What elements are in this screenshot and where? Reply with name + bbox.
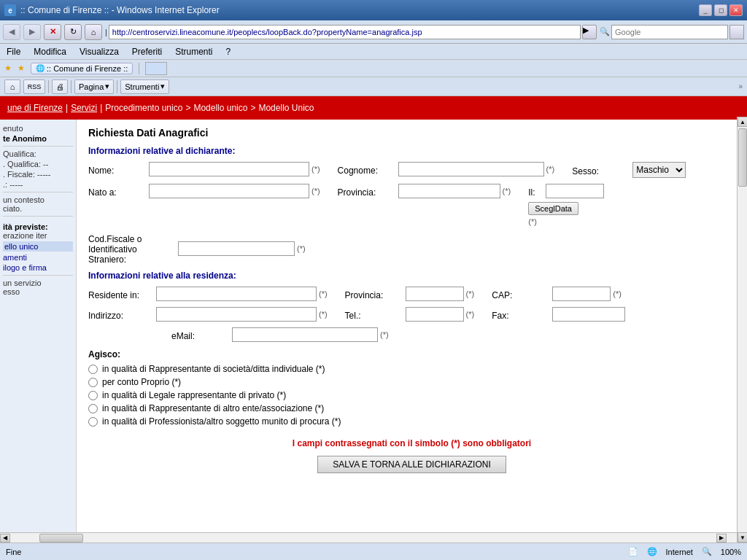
sidebar-q-value: . Qualifica: -- <box>3 160 73 168</box>
form-group-email: eMail: (*) <box>171 327 389 342</box>
nato-input[interactable] <box>149 184 309 198</box>
scroll-right-arrow[interactable]: ▶ <box>716 534 727 542</box>
radio-input-0[interactable] <box>88 365 98 374</box>
strumenti-label: Strumenti <box>125 82 159 91</box>
fav-extra-btn[interactable] <box>145 62 167 75</box>
indirizzo-required: (*) <box>319 310 328 319</box>
form-row-indirizzo: Indirizzo: (*) Tel.: (*) Fax: <box>88 307 735 322</box>
strumenti-arrow: ▾ <box>160 82 165 91</box>
fax-label: Fax: <box>492 308 550 321</box>
cap-input[interactable] <box>552 287 611 301</box>
address-input[interactable] <box>109 25 581 39</box>
indirizzo-input[interactable] <box>156 307 317 322</box>
sidebar-link-pagamenti[interactable]: amenti <box>3 253 73 262</box>
status-internet-icon: 🌐 <box>647 547 657 556</box>
menu-preferiti[interactable]: Preferiti <box>130 46 164 58</box>
save-button[interactable]: SALVA E TORNA ALLE DICHIARAZIONI <box>317 456 506 473</box>
status-bar: Fine 📄 🌐 Internet 🔍 100% <box>0 542 747 560</box>
residente-input[interactable] <box>156 287 317 301</box>
scroll-down-arrow[interactable]: ▼ <box>738 532 747 542</box>
minimize-button[interactable]: _ <box>699 4 712 16</box>
radio-input-3[interactable] <box>88 404 98 413</box>
strumenti-toolbar-btn[interactable]: Strumenti ▾ <box>120 79 169 94</box>
scroll-left-arrow[interactable]: ◀ <box>0 534 10 542</box>
home-button[interactable]: ⌂ <box>85 24 102 40</box>
form-group-cap: CAP: (*) <box>492 287 622 301</box>
section-residenza-title: Informazioni relative alla residenza: <box>88 271 735 281</box>
home-toolbar-btn[interactable]: ⌂ <box>4 79 20 94</box>
menu-visualizza[interactable]: Visualizza <box>77 46 121 58</box>
refresh-button[interactable]: ↻ <box>64 24 82 40</box>
radio-option-2: in qualità di Legale rappresentante di p… <box>88 390 735 400</box>
nome-input[interactable] <box>149 162 309 176</box>
menu-modifica[interactable]: Modifica <box>31 46 69 58</box>
email-input[interactable] <box>232 327 378 342</box>
provincia2-input[interactable] <box>406 287 464 301</box>
sidebar-link-riepilogo[interactable]: ilogo e firma <box>3 263 73 272</box>
stop-button[interactable]: ✕ <box>44 24 61 40</box>
rss-toolbar-btn[interactable]: RSS <box>23 79 45 94</box>
pagina-toolbar-btn[interactable]: Pagina ▾ <box>74 79 114 94</box>
tel-label: Tel.: <box>345 308 403 321</box>
window-controls[interactable]: _ ◻ ✕ <box>699 4 743 16</box>
form-group-provincia2: Provincia: (*) <box>345 287 475 301</box>
status-zoom-icon: 🔍 <box>702 547 712 556</box>
status-left: Fine <box>6 548 21 556</box>
sesso-label: Sesso: <box>572 164 630 176</box>
tel-input[interactable] <box>406 307 464 322</box>
sidebar-welcome: enuto <box>3 124 73 133</box>
section-dichiarante-title: Informazioni relative al dichiarante: <box>88 146 735 156</box>
favorites-icon: ★ <box>18 63 25 73</box>
scroll-up-arrow[interactable]: ▲ <box>738 117 747 127</box>
fax-input[interactable] <box>552 307 625 322</box>
sidebar-a: .: ----- <box>3 180 73 189</box>
codfiscale-label: Cod.Fiscale o Identificativo Straniero: <box>88 232 176 265</box>
form-group-sesso: Sesso: Maschio Femmina <box>572 162 686 178</box>
form-row-codfiscale: Cod.Fiscale o Identificativo Straniero: … <box>88 232 735 265</box>
print-toolbar-btn[interactable]: 🖨 <box>52 79 68 94</box>
menu-help[interactable]: ? <box>224 46 233 58</box>
vertical-scrollbar[interactable]: ▲ ▼ <box>737 117 747 542</box>
sidebar-service: un servizio esso <box>3 279 73 296</box>
breadcrumb-servizi[interactable]: Servizi <box>71 103 97 113</box>
back-button[interactable]: ◀ <box>3 24 20 40</box>
search-label: 🔍 <box>600 27 610 36</box>
radio-input-2[interactable] <box>88 391 98 400</box>
search-input[interactable] <box>611 25 728 39</box>
menu-strumenti[interactable]: Strumenti <box>173 46 214 58</box>
menu-file[interactable]: File <box>4 46 23 58</box>
horizontal-scrollbar[interactable]: ◀ ▶ <box>0 532 737 542</box>
radio-option-4: in qualità di Professionista/altro sogge… <box>88 416 735 427</box>
cap-label: CAP: <box>492 288 550 300</box>
horiz-thumb[interactable] <box>39 534 83 542</box>
close-button[interactable]: ✕ <box>729 4 743 16</box>
forward-button[interactable]: ▶ <box>23 24 41 40</box>
restore-button[interactable]: ◻ <box>714 4 727 16</box>
breadcrumb-home[interactable]: une di Firenze <box>7 103 63 113</box>
sidebar-link-modello[interactable]: ello unico <box>3 241 73 252</box>
scegli-data-button[interactable]: SceglData <box>528 202 578 215</box>
radio-input-1[interactable] <box>88 378 98 387</box>
go-button[interactable]: ▶ <box>582 25 597 39</box>
scroll-thumb[interactable] <box>738 128 747 187</box>
nato-label: Nato a: <box>88 185 147 198</box>
pagina-arrow: ▾ <box>105 82 109 91</box>
save-btn-container: SALVA E TORNA ALLE DICHIARAZIONI <box>88 456 735 473</box>
radio-input-4[interactable] <box>88 417 98 427</box>
residente-label: Residente in: <box>88 288 154 300</box>
breadcrumb-bar: une di Firenze | Servizi | Procedimento … <box>0 96 747 120</box>
provincia-input[interactable] <box>398 184 500 198</box>
search-go-button[interactable] <box>729 25 744 39</box>
browser-icon: e <box>4 4 16 16</box>
cognome-input[interactable] <box>398 162 544 176</box>
favorites-item-comune[interactable]: 🌐 :: Comune di Firenze :: <box>31 63 133 74</box>
sidebar-activities-label: ità previste: <box>3 222 73 231</box>
il-required: (*) <box>528 217 537 226</box>
radio-option-0: in qualità di Rappresentante di società/… <box>88 364 735 374</box>
provincia-required: (*) <box>503 187 511 195</box>
il-input[interactable] <box>546 184 604 198</box>
toolbar-separator3 <box>117 80 117 93</box>
sesso-select[interactable]: Maschio Femmina <box>632 162 686 178</box>
codfiscale-input[interactable] <box>178 241 295 256</box>
toolbar-separator2 <box>71 80 71 93</box>
